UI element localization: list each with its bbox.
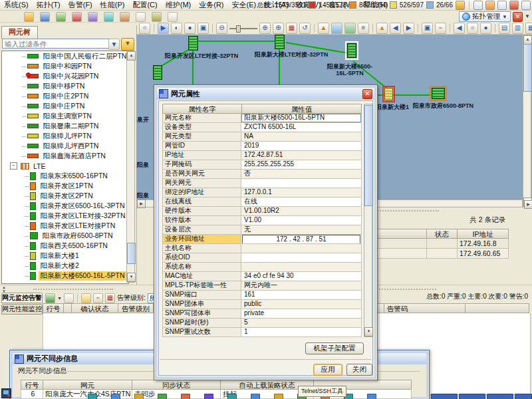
alarm-template-icon[interactable]: ▦ xyxy=(105,293,115,303)
column-header-prop-value[interactable]: 属性值 xyxy=(242,104,361,113)
column-header-rowno[interactable]: 行号 xyxy=(21,380,43,390)
close-button[interactable]: 关闭 xyxy=(346,364,372,376)
property-row[interactable]: SNMP端口161 xyxy=(162,291,362,300)
prop-value[interactable]: 阳泉新大楼6500-16L-5PTN xyxy=(241,114,361,122)
ne-node[interactable] xyxy=(188,36,198,51)
ne-node-selected[interactable] xyxy=(347,43,356,58)
zoom-window-icon[interactable]: ⊕ xyxy=(273,23,284,34)
forward-icon[interactable]: ▶ xyxy=(403,23,414,34)
property-row-loopback[interactable]: 业务环回地址172 . 42 . 87 . 51 xyxy=(162,235,362,244)
print-icon[interactable] xyxy=(64,293,74,303)
toolbar-icon-find[interactable] xyxy=(136,12,146,22)
pan-hand-icon[interactable]: ◐ xyxy=(171,23,182,34)
chart-icon-5[interactable] xyxy=(521,1,531,10)
map-vertical-scrollbar[interactable]: ▲ ▼ xyxy=(523,35,531,207)
warning-alarm-icon[interactable] xyxy=(426,1,434,9)
property-row[interactable]: SNMP写团体串private xyxy=(162,309,362,319)
property-row[interactable]: 在线离线在线 xyxy=(162,198,362,207)
rack-config-button[interactable]: 机架子架配置 xyxy=(305,342,364,354)
property-row[interactable]: 子网掩码255.255.255.255 xyxy=(162,160,362,170)
table-cell-ip[interactable]: 172.49.16.8 xyxy=(458,239,509,249)
toolbar-icon-save[interactable] xyxy=(56,12,66,22)
settings-icon[interactable]: ○ xyxy=(139,23,150,34)
tree-item[interactable]: ─阳泉馨康二期PTN xyxy=(2,121,128,131)
zoom-icon[interactable]: ● xyxy=(184,23,196,34)
column-header-alarmcode[interactable]: 告警码 xyxy=(384,303,466,313)
property-row[interactable]: 网元类型NA xyxy=(162,132,362,142)
property-row[interactable]: SNMP团体串public xyxy=(162,300,362,309)
view-cascade-icon[interactable]: ▦ xyxy=(525,23,532,34)
dialog-close-icon[interactable]: ✕ xyxy=(362,89,372,99)
view-tile-icon[interactable]: ▤ xyxy=(499,23,510,34)
menu-security[interactable]: 安全(E) xyxy=(228,0,261,10)
property-row[interactable]: 设备类型ZXCTN 6500-16L xyxy=(162,123,362,132)
legend-icon[interactable]: ≡ xyxy=(358,23,369,34)
snapshot-icon[interactable] xyxy=(331,23,342,34)
ne-node[interactable] xyxy=(384,88,393,100)
tree-item[interactable]: ─阳泉开发区LTE对接-32PTN xyxy=(2,211,128,221)
property-row[interactable]: SNMP重试次数1 xyxy=(162,328,362,337)
binoculars-icon[interactable]: ● xyxy=(480,23,491,34)
property-row[interactable]: 硬件版本V1.00.10R2 xyxy=(162,207,362,216)
column-header-ip[interactable]: IP地址 xyxy=(458,229,509,239)
column-header-level[interactable]: 告警级别 xyxy=(118,303,154,313)
scroll-up-icon[interactable]: ▲ xyxy=(127,51,136,61)
tree-item[interactable]: ─阳泉东宋6500-16PTN xyxy=(2,171,128,181)
tree-item[interactable]: ─阳泉中庄2PTN xyxy=(2,91,128,101)
return-icon[interactable]: ◀ xyxy=(454,23,465,34)
edit-icon[interactable] xyxy=(81,293,91,303)
scroll-up-icon[interactable]: ▲ xyxy=(523,35,532,45)
tree-item[interactable]: ─阳泉开发区6500-16L-3PTN xyxy=(2,201,128,211)
collapse-icon[interactable]: − xyxy=(10,162,17,170)
zoom-in-icon[interactable]: ⊕ xyxy=(259,23,271,34)
property-row[interactable]: MPLS-TP标签唯一性网元内唯一 xyxy=(162,281,362,291)
chart-icon-4[interactable] xyxy=(509,1,519,10)
scroll-right-icon[interactable]: ▶ xyxy=(137,200,146,208)
column-header-ne[interactable]: 网元 xyxy=(43,380,132,390)
table-cell-status[interactable] xyxy=(427,249,458,259)
property-row[interactable]: 主机名称 xyxy=(162,244,362,253)
tree-group-lte[interactable]: −LTE xyxy=(2,161,128,171)
column-header-syncstate[interactable]: 同步状态 xyxy=(132,380,221,390)
column-header-icon[interactable] xyxy=(64,303,72,313)
property-row[interactable]: 网关网元 xyxy=(162,179,362,188)
tree-item[interactable]: ─阳泉开发区LTE对接PTN xyxy=(2,221,128,231)
column-header-rowno[interactable]: 行号 xyxy=(43,303,64,313)
select-cursor-icon[interactable]: ▶ xyxy=(158,23,169,34)
tools-wrench-icon[interactable]: ⌁ xyxy=(435,23,446,34)
tree-item[interactable]: ─阳泉新大楼1 xyxy=(2,251,128,261)
tree-item[interactable]: ─阳泉中和园PTN xyxy=(2,61,128,71)
image-export-icon[interactable] xyxy=(344,23,356,34)
property-row[interactable]: 网元名称阳泉新大楼6500-16L-5PTN xyxy=(162,114,362,123)
console-icon[interactable] xyxy=(1,388,11,398)
tree-item[interactable]: ─阳泉獐儿坪西PTN xyxy=(2,141,128,151)
property-row[interactable]: 网管ID2019 xyxy=(162,142,362,151)
menu-maintain[interactable]: 维护(M) xyxy=(162,0,196,10)
column-header-prop-name[interactable]: 属性名字 xyxy=(163,104,242,113)
ne-node[interactable] xyxy=(153,65,162,80)
zoom-out-icon[interactable]: ⊖ xyxy=(216,23,227,34)
clock-icon[interactable]: ○ xyxy=(467,23,478,34)
chart-icon-3[interactable] xyxy=(497,1,507,10)
property-row[interactable]: 系统OID xyxy=(162,253,362,263)
tree-item[interactable]: ─阳泉中移PTN xyxy=(2,81,128,91)
table-cell-ip[interactable]: 172.49.60.65 xyxy=(458,249,509,259)
close-view-button[interactable]: ✕ xyxy=(513,12,523,22)
menu-system[interactable]: 系统(S) xyxy=(0,0,33,10)
column-header[interactable] xyxy=(466,303,529,313)
column-header-status[interactable]: 状态 xyxy=(427,229,458,239)
alarm-sound-icon[interactable] xyxy=(456,1,465,10)
back-icon[interactable]: ◀ xyxy=(390,23,401,34)
filter-dropdown-icon[interactable]: ▼ xyxy=(108,39,120,50)
toolbar-icon-refresh[interactable] xyxy=(152,12,162,22)
property-row[interactable]: 软件版本V1.00 xyxy=(162,216,362,225)
menu-service[interactable]: 业务(R) xyxy=(195,0,227,10)
toolbar-icon-copy[interactable] xyxy=(104,12,114,22)
tree-item-selected[interactable]: ─阳泉新大楼6500-16L-5PTN xyxy=(2,271,128,281)
table-cell-status[interactable] xyxy=(427,239,458,249)
topology-view-selector[interactable]: 拓扑管理 ▼ xyxy=(459,11,511,22)
major-alarm-icon[interactable] xyxy=(349,1,356,9)
scrollbar-thumb[interactable] xyxy=(523,44,532,92)
tree-item[interactable]: ─阳泉中兴花园PTN xyxy=(2,71,128,81)
tree-item[interactable]: ─阳泉新大楼2 xyxy=(2,261,128,271)
